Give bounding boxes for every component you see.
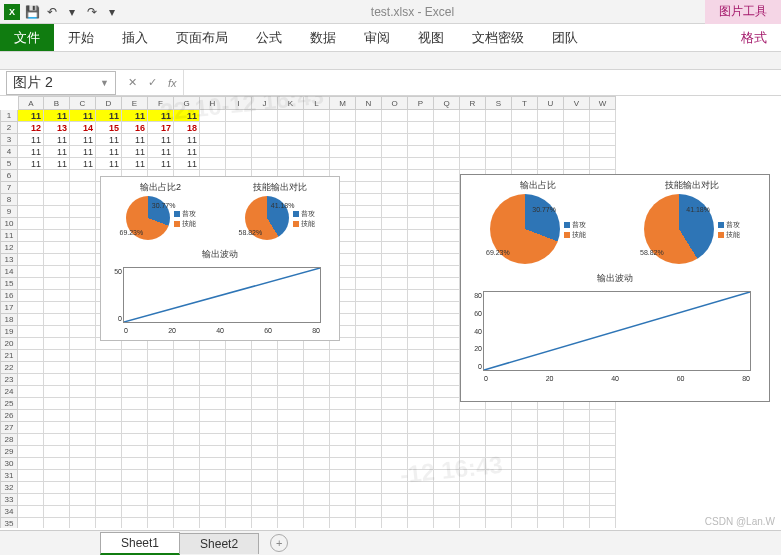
cell[interactable]	[564, 134, 590, 146]
cell[interactable]	[278, 458, 304, 470]
cell[interactable]	[486, 482, 512, 494]
tab-formulas[interactable]: 公式	[242, 24, 296, 51]
cell[interactable]	[330, 386, 356, 398]
cell[interactable]	[382, 146, 408, 158]
cell[interactable]	[408, 278, 434, 290]
cell[interactable]	[18, 506, 44, 518]
cell[interactable]	[278, 470, 304, 482]
cell[interactable]	[356, 242, 382, 254]
cell[interactable]	[18, 494, 44, 506]
cell[interactable]	[70, 194, 96, 206]
cell[interactable]	[18, 470, 44, 482]
cell[interactable]	[18, 230, 44, 242]
cell[interactable]	[226, 134, 252, 146]
column-header[interactable]: F	[148, 96, 174, 110]
cell[interactable]	[174, 398, 200, 410]
cell[interactable]	[434, 266, 460, 278]
cell[interactable]	[278, 410, 304, 422]
cell[interactable]	[304, 458, 330, 470]
cell[interactable]	[122, 470, 148, 482]
cell[interactable]	[356, 206, 382, 218]
cell[interactable]	[174, 446, 200, 458]
cell[interactable]	[304, 506, 330, 518]
cell[interactable]	[330, 134, 356, 146]
cell[interactable]	[382, 206, 408, 218]
cell[interactable]	[148, 518, 174, 528]
cell[interactable]: 17	[148, 122, 174, 134]
cell[interactable]	[70, 314, 96, 326]
cell[interactable]	[486, 518, 512, 528]
row-header[interactable]: 1	[0, 110, 18, 122]
cell[interactable]	[382, 446, 408, 458]
cell[interactable]	[252, 506, 278, 518]
cell[interactable]	[460, 410, 486, 422]
cell[interactable]	[252, 470, 278, 482]
cell[interactable]	[486, 158, 512, 170]
cell[interactable]	[200, 470, 226, 482]
cell[interactable]	[330, 434, 356, 446]
cell[interactable]	[278, 362, 304, 374]
cell[interactable]	[356, 110, 382, 122]
cell[interactable]	[44, 278, 70, 290]
row-header[interactable]: 14	[0, 266, 18, 278]
cell[interactable]	[122, 458, 148, 470]
cell[interactable]	[174, 350, 200, 362]
cell[interactable]	[70, 446, 96, 458]
cell[interactable]	[382, 506, 408, 518]
cell[interactable]	[148, 446, 174, 458]
row-header[interactable]: 5	[0, 158, 18, 170]
row-header[interactable]: 26	[0, 410, 18, 422]
cell[interactable]	[304, 446, 330, 458]
cell[interactable]	[148, 470, 174, 482]
cell[interactable]	[278, 146, 304, 158]
cell[interactable]	[330, 374, 356, 386]
cell[interactable]	[70, 362, 96, 374]
cell[interactable]	[200, 494, 226, 506]
cell[interactable]	[44, 374, 70, 386]
cell[interactable]	[434, 194, 460, 206]
cell[interactable]	[538, 158, 564, 170]
cell[interactable]	[330, 458, 356, 470]
cell[interactable]	[278, 386, 304, 398]
cell[interactable]	[18, 362, 44, 374]
row-header[interactable]: 22	[0, 362, 18, 374]
row-header[interactable]: 33	[0, 494, 18, 506]
cell[interactable]	[434, 482, 460, 494]
cell[interactable]	[382, 326, 408, 338]
spreadsheet-grid[interactable]: 22-10-12 16:43 -12 16:43 ABCDEFGHIJKLMNO…	[0, 96, 781, 528]
cell[interactable]: 11	[148, 134, 174, 146]
cell[interactable]	[18, 194, 44, 206]
cell[interactable]	[434, 278, 460, 290]
row-header[interactable]: 27	[0, 422, 18, 434]
cell[interactable]	[200, 458, 226, 470]
cell[interactable]	[434, 182, 460, 194]
cell[interactable]	[44, 182, 70, 194]
cell[interactable]	[44, 266, 70, 278]
cell[interactable]	[252, 458, 278, 470]
cell[interactable]	[382, 110, 408, 122]
cell[interactable]	[408, 146, 434, 158]
cell[interactable]	[590, 470, 616, 482]
cell[interactable]: 11	[70, 134, 96, 146]
cell[interactable]	[304, 362, 330, 374]
cell[interactable]	[44, 422, 70, 434]
cell[interactable]	[70, 422, 96, 434]
cell[interactable]	[408, 134, 434, 146]
cell[interactable]	[200, 110, 226, 122]
cell[interactable]	[70, 350, 96, 362]
column-header[interactable]: J	[252, 96, 278, 110]
cell[interactable]	[148, 362, 174, 374]
cell[interactable]	[330, 146, 356, 158]
cell[interactable]	[512, 122, 538, 134]
cell[interactable]	[590, 446, 616, 458]
row-header[interactable]: 12	[0, 242, 18, 254]
cell[interactable]	[382, 218, 408, 230]
cell[interactable]	[148, 386, 174, 398]
cell[interactable]	[226, 494, 252, 506]
cell[interactable]	[356, 194, 382, 206]
column-header[interactable]: W	[590, 96, 616, 110]
cell[interactable]: 11	[122, 146, 148, 158]
cell[interactable]	[590, 110, 616, 122]
cell[interactable]	[18, 326, 44, 338]
cell[interactable]	[382, 470, 408, 482]
